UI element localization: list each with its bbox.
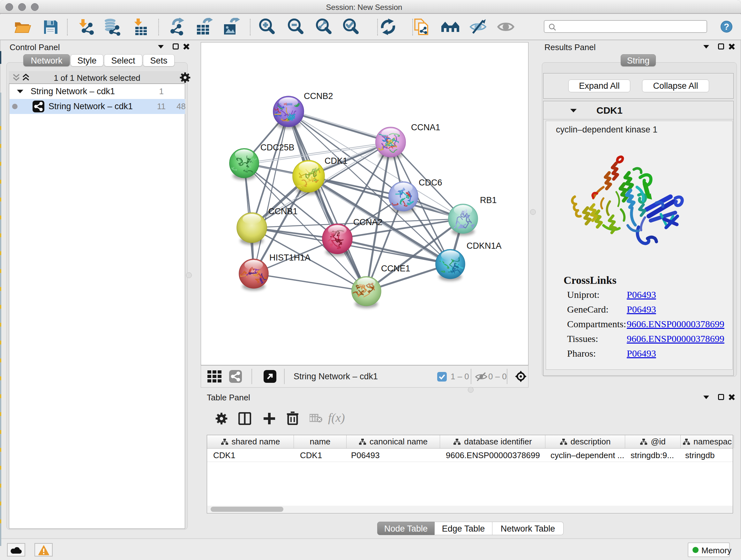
svg-text:CCNA2: CCNA2 [353,217,383,227]
svg-text:RB1: RB1 [480,195,497,205]
svg-text:CCNE1: CCNE1 [381,264,410,273]
svg-text:CDKN1A: CDKN1A [467,241,502,251]
svg-text:CDC6: CDC6 [419,178,442,187]
svg-text:CCNA1: CCNA1 [411,123,441,132]
svg-text:CDC25B: CDC25B [260,143,294,152]
svg-text:CDK1: CDK1 [325,156,347,166]
svg-text:CCNB1: CCNB1 [268,206,298,216]
svg-text:CCNB2: CCNB2 [304,91,333,101]
svg-text:HIST1H1A: HIST1H1A [269,253,311,262]
